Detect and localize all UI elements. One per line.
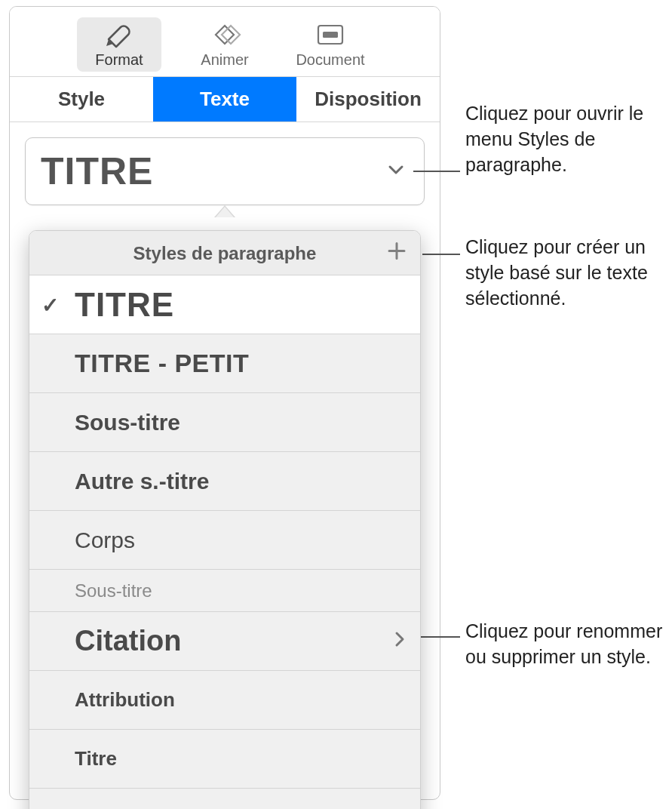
toolbar-button-animer[interactable]: Animer	[183, 17, 267, 72]
style-item-label: TITRE - PETIT	[75, 349, 249, 378]
popover-pointer	[214, 205, 235, 217]
style-item-titre-petit[interactable]: TITRE - PETIT	[29, 334, 420, 393]
brush-icon	[103, 22, 136, 49]
callout-leader	[416, 636, 460, 638]
style-item-citation[interactable]: Citation	[29, 612, 420, 671]
style-item-corps[interactable]: Corps	[29, 511, 420, 570]
style-item-label: Citation	[75, 625, 181, 657]
callout-rename-delete: Cliquez pour renommer ou supprimer un st…	[465, 619, 672, 670]
subtab-disposition[interactable]: Disposition	[296, 77, 440, 122]
document-icon	[314, 22, 347, 49]
chevron-down-icon	[386, 160, 406, 183]
check-icon: ✓	[41, 292, 60, 317]
paragraph-style-area: TITRE	[10, 122, 440, 205]
style-item-label: Sous-titre	[75, 580, 152, 601]
toolbar-label-format: Format	[95, 51, 143, 69]
callout-leader	[422, 254, 460, 255]
paragraph-style-dropdown[interactable]: TITRE	[25, 137, 425, 205]
add-style-button[interactable]	[387, 241, 407, 265]
svg-rect-1	[323, 32, 338, 38]
current-paragraph-style: TITRE	[41, 149, 153, 193]
style-item-label: TITRE	[75, 286, 174, 324]
style-item-titre[interactable]: ✓ TITRE	[29, 275, 420, 334]
inspector-subtabs: Style Texte Disposition	[10, 77, 440, 122]
toolbar-label-animer: Animer	[201, 51, 248, 69]
style-item-label: Attribution	[75, 688, 175, 712]
toolbar-button-document[interactable]: Document	[288, 17, 373, 72]
subtab-texte[interactable]: Texte	[153, 77, 296, 122]
toolbar-label-document: Document	[296, 51, 364, 69]
style-item-label: Sous-titre	[75, 410, 180, 435]
style-item-sous-titre[interactable]: Sous-titre	[29, 393, 420, 452]
subtab-style[interactable]: Style	[10, 77, 153, 122]
diamond-icon	[208, 22, 241, 49]
style-item-label: Agenda	[75, 805, 158, 809]
callout-create-style: Cliquez pour créer un style basé sur le …	[465, 235, 672, 311]
style-item-titre-2[interactable]: Titre	[29, 730, 420, 789]
inspector-toolbar: Format Animer Document	[10, 7, 440, 77]
style-item-label: Autre s.-titre	[75, 469, 209, 494]
paragraph-style-list: ✓ TITRE TITRE - PETIT Sous-titre Autre s…	[29, 275, 420, 809]
chevron-right-icon[interactable]	[394, 631, 405, 652]
style-item-attribution[interactable]: Attribution	[29, 671, 420, 730]
style-item-autre-sous-titre[interactable]: Autre s.-titre	[29, 452, 420, 511]
callout-leader	[413, 171, 460, 172]
style-item-label: Titre	[75, 747, 117, 771]
style-item-label: Corps	[75, 528, 135, 553]
style-item-agenda[interactable]: Agenda	[29, 789, 420, 809]
style-item-sous-titre-2[interactable]: Sous-titre	[29, 570, 420, 612]
toolbar-button-format[interactable]: Format	[77, 17, 161, 72]
paragraph-styles-popover: Styles de paragraphe ✓ TITRE TITRE - PET…	[29, 230, 421, 809]
popover-header: Styles de paragraphe	[29, 231, 420, 275]
popover-title: Styles de paragraphe	[133, 243, 317, 263]
callout-open-menu: Cliquez pour ouvrir le menu Styles de pa…	[465, 101, 672, 177]
